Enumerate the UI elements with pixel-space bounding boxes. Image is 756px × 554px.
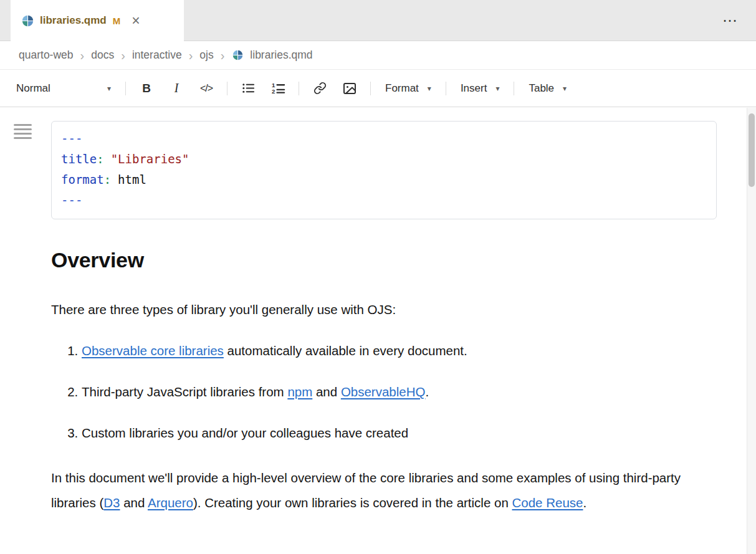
format-menu[interactable]: Format ▾ [376,76,440,101]
tab-title: libraries.qmd [40,14,107,27]
link-observablehq[interactable]: ObservableHQ [341,384,426,399]
toolbar-divider [299,82,299,95]
intro-paragraph: There are three types of library you'll … [51,297,712,322]
numbered-list-icon: 1 2 [271,81,285,95]
italic-button[interactable]: I [161,76,191,101]
modified-badge: M [113,16,121,26]
breadcrumb-item-ojs[interactable]: ojs [199,49,213,62]
yaml-colon: : [104,173,111,186]
list-item: Third-party JavaScript libraries from np… [82,380,712,404]
list-item-text: automatically available in every documen… [224,343,467,358]
heading-overview: Overview [51,248,712,272]
image-icon [342,81,357,96]
scrollbar[interactable] [747,108,756,554]
chevron-right-icon: › [189,49,193,62]
yaml-delimiter: --- [61,193,82,207]
code-button[interactable]: </> [191,76,221,101]
editor-canvas[interactable]: --- title:"Libraries" format:html --- Ov… [0,107,756,554]
yaml-value-title: "Libraries" [111,152,189,166]
link-button[interactable] [305,76,335,101]
paragraph-style-value: Normal [16,82,50,95]
chevron-right-icon: › [80,49,85,62]
tab-libraries[interactable]: libraries.qmd M × [11,0,184,41]
chevron-down-icon: ▾ [563,84,567,93]
scrollbar-thumb[interactable] [749,113,755,187]
list-item-text: . [425,384,429,399]
chevron-right-icon: › [221,49,225,62]
format-menu-label: Format [385,82,419,95]
breadcrumb: quarto-web › docs › interactive › ojs › … [0,41,756,70]
numbered-list-button[interactable]: 1 2 [263,76,293,101]
svg-text:1: 1 [271,82,275,88]
paragraph-text: and [120,495,148,510]
drag-handle-icon[interactable] [14,124,32,141]
yaml-value-format: html [118,173,146,186]
chevron-down-icon: ▾ [495,84,499,93]
insert-menu-label: Insert [461,82,487,95]
breadcrumb-item-file[interactable]: libraries.qmd [250,49,312,62]
list-item-text: Custom libraries you and/or your colleag… [82,426,408,440]
close-icon[interactable]: × [132,14,140,28]
toolbar-divider [446,82,446,95]
bullet-list-icon [241,81,256,95]
chevron-right-icon: › [121,49,125,62]
paragraph-style-dropdown[interactable]: Normal ▾ [7,76,120,101]
link-observable-core-libraries[interactable]: Observable core libraries [82,343,224,358]
quarto-icon [232,50,243,60]
library-types-list: Observable core libraries automatically … [51,338,712,446]
bold-button[interactable]: B [132,76,161,101]
yaml-key-format: format [61,173,104,186]
toolbar-divider [227,82,227,95]
chevron-down-icon: ▾ [428,84,431,93]
toolbar-divider [125,82,126,95]
formatting-toolbar: Normal ▾ B I </> 1 2 [0,70,756,107]
bullet-list-button[interactable] [233,76,263,101]
toolbar-divider [370,82,371,95]
quarto-visual-editor: libraries.qmd M × ⋯ quarto-web › docs › … [0,0,756,554]
yaml-front-matter-block[interactable]: --- title:"Libraries" format:html --- [51,121,717,219]
link-icon [313,82,327,95]
image-button[interactable] [335,76,365,101]
tab-bar: libraries.qmd M × ⋯ [0,0,756,41]
table-menu-label: Table [529,82,554,95]
link-d3[interactable]: D3 [103,495,120,510]
svg-text:2: 2 [271,88,274,95]
yaml-colon: : [97,152,103,166]
quarto-icon [22,15,34,27]
paragraph-text: . [583,495,586,510]
yaml-key-title: title [61,152,97,166]
breadcrumb-item-interactive[interactable]: interactive [132,49,182,62]
paragraph-text: ). Creating your own libraries is covere… [193,495,512,510]
list-item: Custom libraries you and/or your colleag… [82,421,712,446]
closing-paragraph: In this document we'll provide a high-le… [51,466,682,515]
list-item-text: and [312,384,341,399]
insert-menu[interactable]: Insert ▾ [452,76,509,101]
list-item-text: Third-party JavaScript libraries from [82,384,287,399]
breadcrumb-item-docs[interactable]: docs [91,49,114,62]
breadcrumb-item-quarto-web[interactable]: quarto-web [19,49,74,62]
table-menu[interactable]: Table ▾ [520,76,575,101]
link-arquero[interactable]: Arquero [148,495,193,510]
list-item: Observable core libraries automatically … [82,338,712,363]
yaml-delimiter: --- [61,131,82,145]
chevron-down-icon: ▾ [107,84,111,93]
more-actions-icon[interactable]: ⋯ [722,12,739,29]
link-code-reuse[interactable]: Code Reuse [512,495,583,510]
toolbar-divider [514,82,514,95]
link-npm[interactable]: npm [287,384,312,399]
